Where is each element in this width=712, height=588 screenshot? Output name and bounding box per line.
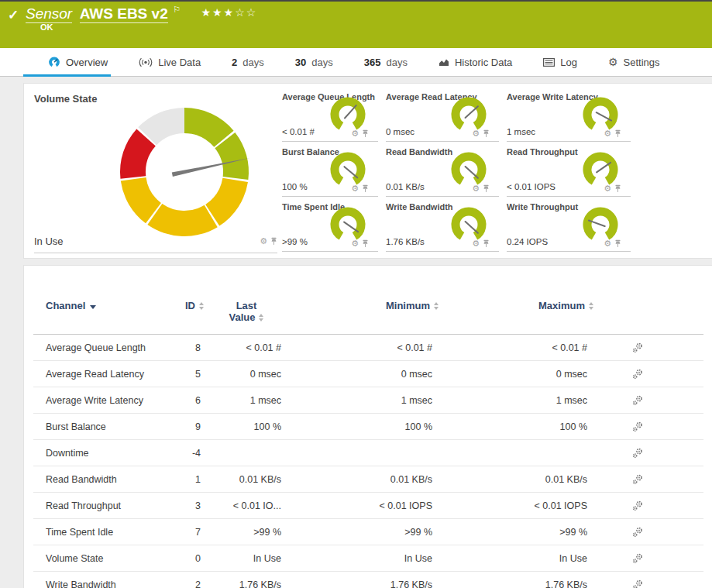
- pin-icon[interactable]: [483, 129, 490, 138]
- tab-number: 30: [295, 57, 306, 68]
- tab-365-days[interactable]: 365days: [364, 48, 408, 76]
- edit-channel-gears-icon[interactable]: [632, 500, 643, 511]
- channel-name-cell[interactable]: Time Spent Idle: [33, 519, 165, 545]
- channel-name-cell[interactable]: Average Read Latency: [33, 361, 165, 387]
- tab-number: 365: [364, 57, 381, 68]
- tab-historic-data[interactable]: Historic Data: [439, 48, 512, 76]
- channel-minimum-cell: 0.01 KB/s: [289, 466, 440, 493]
- channel-edit-cell: [595, 387, 680, 414]
- column-header-channel[interactable]: Channel: [33, 295, 165, 335]
- pin-icon[interactable]: [483, 184, 490, 193]
- channel-gauge-value: 1.76 KB/s: [386, 237, 425, 246]
- gear-icon[interactable]: ⚙: [351, 239, 359, 248]
- filler-cell: [680, 493, 703, 519]
- channel-row: Volume State 0 In Use In Use In Use: [33, 545, 703, 572]
- pin-icon[interactable]: [614, 184, 621, 193]
- channel-last-value-cell: [204, 440, 289, 466]
- channel-row: Read Throughput 3 < 0.01 IO... < 0.01 IO…: [33, 493, 703, 519]
- channel-gauge: Average Read Latency 0 msec ⚙: [386, 87, 499, 142]
- channel-name-cell[interactable]: Read Bandwidth: [33, 466, 165, 493]
- column-header-maximum[interactable]: Maximum: [440, 295, 595, 335]
- gear-icon[interactable]: ⚙: [604, 129, 611, 138]
- channel-row: Downtime -4: [33, 440, 703, 466]
- sort-desc-icon[interactable]: [90, 305, 96, 309]
- tab-settings[interactable]: ⚙ Settings: [608, 48, 660, 76]
- channel-last-value-cell: 0 msec: [204, 361, 289, 387]
- channel-minimum-cell: 0 msec: [289, 361, 440, 387]
- gauges-card: Volume State In Use ⚙ Average Queue Leng…: [23, 83, 712, 259]
- sensor-name[interactable]: AWS EBS v2: [80, 5, 168, 23]
- channel-name-cell[interactable]: Write Bandwidth: [33, 572, 165, 588]
- channel-gauge-value: 0 msec: [386, 127, 414, 136]
- tab-30-days[interactable]: 30days: [295, 48, 333, 76]
- tab-label: Live Data: [158, 57, 201, 68]
- gear-icon[interactable]: ⚙: [604, 239, 611, 248]
- channel-edit-cell: [595, 414, 680, 440]
- pin-icon[interactable]: [614, 129, 621, 138]
- channel-gauge-dial: [580, 150, 621, 187]
- channel-edit-cell: [595, 545, 680, 572]
- volume-state-panel: Volume State In Use ⚙: [24, 84, 282, 258]
- channel-minimum-cell: In Use: [289, 545, 440, 572]
- gear-icon[interactable]: ⚙: [351, 129, 359, 138]
- tab-log[interactable]: Log: [543, 48, 577, 76]
- pin-icon[interactable]: [362, 184, 369, 193]
- column-header-last-value[interactable]: LastValue: [204, 295, 289, 335]
- channel-id-cell: 6: [165, 387, 204, 414]
- channel-gauge-dial: [327, 95, 369, 132]
- edit-channel-gears-icon[interactable]: [632, 342, 643, 353]
- channel-minimum-cell: >99 %: [289, 519, 440, 545]
- tab-overview[interactable]: Overview: [48, 48, 108, 76]
- sort-icon[interactable]: [589, 302, 593, 310]
- pin-icon[interactable]: [614, 239, 621, 248]
- edit-channel-gears-icon[interactable]: [632, 369, 643, 380]
- tab-label: Overview: [66, 57, 108, 68]
- pin-icon[interactable]: [483, 239, 490, 248]
- channel-name-cell[interactable]: Burst Balance: [33, 414, 165, 440]
- channel-gauge: Average Queue Length < 0.01 # ⚙: [282, 87, 378, 142]
- sort-icon[interactable]: [199, 302, 204, 310]
- edit-channel-gears-icon[interactable]: [632, 474, 643, 485]
- edit-channel-gears-icon[interactable]: [632, 421, 643, 432]
- gear-icon[interactable]: ⚙: [604, 184, 611, 193]
- channel-gauge-label: Read Bandwidth: [386, 147, 452, 156]
- channel-id-cell: 2: [165, 572, 204, 588]
- tab-live-data[interactable]: Live Data: [139, 48, 201, 76]
- edit-channel-gears-icon[interactable]: [632, 579, 643, 588]
- channel-row: Average Queue Length 8 < 0.01 # < 0.01 #…: [33, 335, 703, 361]
- sensor-kind-label[interactable]: Sensor: [26, 5, 72, 23]
- priority-stars[interactable]: ★★★☆☆: [201, 6, 257, 19]
- column-header-minimum[interactable]: Minimum: [289, 295, 440, 335]
- pin-icon[interactable]: [270, 237, 277, 246]
- edit-channel-gears-icon[interactable]: [632, 553, 643, 564]
- tab-2-days[interactable]: 2days: [232, 48, 264, 76]
- gear-icon[interactable]: ⚙: [472, 239, 480, 248]
- pin-icon[interactable]: [362, 129, 369, 138]
- channel-gauge-value: 0.24 IOPS: [507, 237, 548, 246]
- edit-channel-gears-icon[interactable]: [632, 527, 643, 538]
- channel-name-cell[interactable]: Volume State: [33, 545, 165, 572]
- gear-icon[interactable]: ⚙: [260, 237, 267, 246]
- channel-edit-cell: [595, 335, 680, 361]
- flag-icon[interactable]: ⚐: [173, 5, 181, 14]
- gear-icon[interactable]: ⚙: [472, 129, 480, 138]
- channel-name-cell[interactable]: Average Write Latency: [33, 387, 165, 414]
- gear-icon[interactable]: ⚙: [472, 184, 480, 193]
- channel-id-cell: 0: [165, 545, 204, 572]
- channels-table: Channel ID LastValue Minimum Maximum Ave…: [33, 295, 703, 588]
- channel-gauge: Average Write Latency 1 msec ⚙: [507, 87, 631, 142]
- channel-name-cell[interactable]: Average Queue Length: [33, 335, 165, 361]
- edit-channel-gears-icon[interactable]: [632, 395, 643, 406]
- sort-icon[interactable]: [434, 302, 439, 310]
- channel-minimum-cell: 1.76 KB/s: [289, 572, 440, 588]
- pin-icon[interactable]: [362, 239, 369, 248]
- volume-state-gauge: [116, 104, 253, 240]
- tab-label: Log: [560, 57, 577, 68]
- channel-name-cell[interactable]: Read Throughput: [33, 493, 165, 519]
- channel-last-value-cell: 0.01 KB/s: [204, 466, 289, 493]
- channel-name-cell[interactable]: Downtime: [33, 440, 165, 466]
- sort-icon[interactable]: [259, 314, 263, 322]
- gear-icon[interactable]: ⚙: [351, 184, 359, 193]
- edit-channel-gears-icon[interactable]: [632, 448, 643, 459]
- column-header-id[interactable]: ID: [165, 295, 204, 335]
